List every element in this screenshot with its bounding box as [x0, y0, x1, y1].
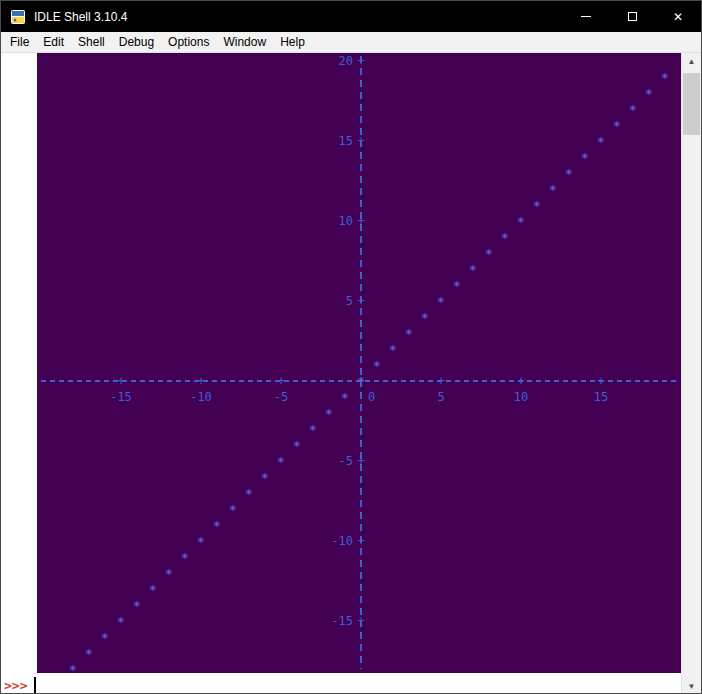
- menu-item-edit[interactable]: Edit: [36, 33, 71, 51]
- y-tick-label: 10: [339, 214, 353, 228]
- app-icon: [10, 9, 26, 25]
- plot-point: *: [245, 486, 253, 501]
- menu-item-shell[interactable]: Shell: [71, 33, 112, 51]
- text-cursor: [34, 677, 36, 693]
- plot-point: *: [549, 182, 557, 197]
- plot-point: *: [293, 438, 301, 453]
- prompt-line: >>>: [4, 675, 36, 694]
- plot-point: *: [453, 278, 461, 293]
- menu-item-window[interactable]: Window: [216, 33, 273, 51]
- shell-text-area[interactable]: +-15+-10+-5+0+5+10+15+20+15+10+5+-5+-10+…: [1, 53, 701, 694]
- x-tick-label: 15: [594, 390, 608, 404]
- plot-point: *: [341, 390, 349, 405]
- titlebar: IDLE Shell 3.10.4 ✕: [1, 1, 701, 32]
- minimize-icon: [581, 16, 591, 17]
- plot-point: *: [389, 342, 397, 357]
- plot-point: *: [181, 550, 189, 565]
- plot-point: *: [629, 102, 637, 117]
- plot-point: *: [613, 118, 621, 133]
- x-tick: +: [517, 374, 524, 388]
- scroll-up-icon: ▲: [688, 57, 696, 66]
- y-tick: +: [357, 534, 364, 548]
- plot-point: *: [597, 134, 605, 149]
- plot-point: *: [501, 230, 509, 245]
- x-tick: +: [197, 374, 204, 388]
- close-icon: ✕: [673, 11, 683, 23]
- y-tick-label: 20: [339, 54, 353, 68]
- menu-item-debug[interactable]: Debug: [112, 33, 161, 51]
- scroll-thumb[interactable]: [683, 73, 700, 135]
- plot-point: *: [261, 470, 269, 485]
- plot-point: *: [213, 518, 221, 533]
- plot-point: *: [405, 326, 413, 341]
- plot-point: *: [149, 582, 157, 597]
- plot-point: *: [437, 294, 445, 309]
- y-tick-label: 5: [346, 294, 353, 308]
- maximize-button[interactable]: [609, 1, 655, 32]
- y-tick: +: [357, 454, 364, 468]
- menubar: FileEditShellDebugOptionsWindowHelp: [1, 32, 701, 53]
- x-tick-label: -10: [190, 390, 212, 404]
- y-tick: +: [357, 614, 364, 628]
- vertical-scrollbar[interactable]: ▲ ▼: [681, 53, 701, 694]
- x-tick: +: [277, 374, 284, 388]
- x-tick: +: [437, 374, 444, 388]
- plot-point: *: [85, 646, 93, 661]
- plot-point: *: [421, 310, 429, 325]
- plot-point: *: [469, 262, 477, 277]
- plot-point: *: [117, 614, 125, 629]
- menu-item-help[interactable]: Help: [273, 33, 312, 51]
- plot-point: *: [101, 630, 109, 645]
- plot-point: *: [309, 422, 317, 437]
- plot-point: *: [357, 374, 365, 389]
- x-tick: +: [597, 374, 604, 388]
- y-tick: +: [357, 54, 364, 68]
- plot-point: *: [565, 166, 573, 181]
- x-tick-label: 5: [437, 390, 444, 404]
- plot-point: *: [661, 70, 669, 85]
- menu-item-options[interactable]: Options: [161, 33, 216, 51]
- plot-point: *: [165, 566, 173, 581]
- y-tick-label: 15: [339, 134, 353, 148]
- x-tick-label: 0: [368, 390, 375, 404]
- plot-point: *: [533, 198, 541, 213]
- maximize-icon: [628, 12, 637, 21]
- scroll-up-button[interactable]: ▲: [682, 53, 701, 70]
- scroll-down-icon: ▼: [688, 682, 696, 691]
- plot-point: *: [277, 454, 285, 469]
- plot-point: *: [645, 86, 653, 101]
- minimize-button[interactable]: [563, 1, 609, 32]
- x-tick-label: 10: [514, 390, 528, 404]
- plot-canvas: +-15+-10+-5+0+5+10+15+20+15+10+5+-5+-10+…: [37, 53, 682, 673]
- scroll-down-button[interactable]: ▼: [682, 678, 701, 694]
- y-tick: +: [357, 214, 364, 228]
- menu-item-file[interactable]: File: [3, 33, 36, 51]
- plot-point: *: [69, 662, 77, 673]
- y-tick-label: -15: [331, 614, 353, 628]
- plot-point: *: [373, 358, 381, 373]
- y-tick-label: -10: [331, 534, 353, 548]
- plot-point: *: [133, 598, 141, 613]
- x-tick: +: [117, 374, 124, 388]
- plot-point: *: [517, 214, 525, 229]
- y-tick-label: -5: [339, 454, 353, 468]
- window-title: IDLE Shell 3.10.4: [34, 10, 127, 24]
- y-tick: +: [357, 294, 364, 308]
- x-tick-label: -5: [274, 390, 288, 404]
- plot-point: *: [197, 534, 205, 549]
- x-tick-label: -15: [110, 390, 132, 404]
- plot-point: *: [229, 502, 237, 517]
- plot-point: *: [581, 150, 589, 165]
- idle-shell-window: IDLE Shell 3.10.4 ✕ FileEditShellDebugOp…: [0, 0, 702, 694]
- y-tick: +: [357, 134, 364, 148]
- plot-point: *: [325, 406, 333, 421]
- close-button[interactable]: ✕: [655, 1, 701, 32]
- plot-point: *: [485, 246, 493, 261]
- prompt: >>>: [4, 678, 27, 693]
